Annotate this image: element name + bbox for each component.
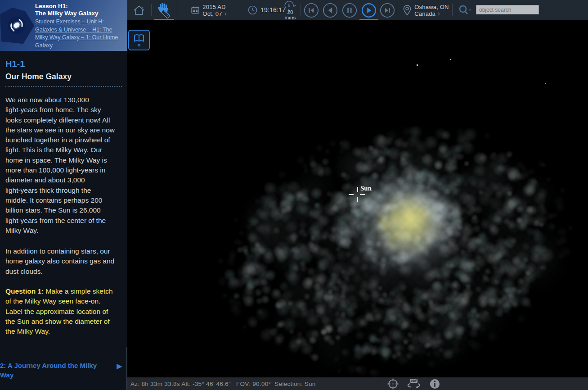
object-search-input[interactable] [476,5,539,14]
breadcrumb-link[interactable]: Student Exercises – Unit H: Galaxies & U… [35,18,118,50]
date-day: Oct, 07 [202,10,226,17]
date-year: 2015 AD [202,4,226,10]
time-rate-control[interactable]: 20 mins [278,0,302,20]
play-button[interactable] [361,0,377,20]
lesson-panel-toggle-button[interactable]: « [128,30,150,50]
hand-ruler-icon [155,1,174,20]
app-logo-badge [0,7,34,45]
skip-to-end-button[interactable] [380,0,395,20]
info-icon[interactable] [429,378,440,390]
location-line1: Oshawa, ON [414,4,449,10]
skip-to-end-icon [380,3,395,18]
toolbar-separator [276,4,276,16]
toolbar-separator [151,4,152,16]
skip-to-start-icon [304,3,319,18]
search-icon [458,5,471,16]
dropdown-caret-icon [437,13,440,16]
lesson-code: H1-1 [5,59,122,69]
sky-view[interactable]: « Sun [127,26,588,377]
calendar-icon [191,6,199,14]
sidebar-scrollbar[interactable] [126,347,127,390]
speedometer-icon [283,1,297,9]
location-line2: Canada [414,10,449,17]
home-button[interactable] [130,0,148,20]
date-control[interactable]: 2015 AD Oct, 07 [184,0,233,20]
next-lesson-link[interactable]: 2: A Journey Around the Milky Way ▶ [0,361,127,380]
rate-unit: mins [284,15,296,20]
search-button[interactable] [456,0,474,20]
clock-icon [248,5,257,15]
play-icon [361,3,377,18]
top-toolbar: 2015 AD Oct, 07 19:16:17 20 mins [127,0,588,20]
lesson-section-title: Our Home Galaxy [5,72,122,82]
collapse-panel-icon: « [137,43,140,47]
pause-icon [342,3,357,18]
question-paragraph: Question 1: Make a simple sketch of the … [5,286,124,336]
lesson-paragraph: In addition to containing stars, our hom… [5,246,124,277]
lesson-label: Lesson H1: [35,3,127,10]
lesson-body: H1-1 Our Home Galaxy We are now about 13… [0,51,127,390]
center-target-icon[interactable] [387,378,399,390]
toolbar-separator [397,4,397,16]
lesson-title: The Milky Way Galaxy [35,10,127,17]
lesson-header: Lesson H1: The Milky Way Galaxy Student … [0,0,127,51]
next-lesson-arrow-icon: ▶ [117,361,122,371]
toolbar-separator [177,4,177,16]
pan-tool-button[interactable] [153,0,175,20]
sun-label: Sun [360,185,372,192]
dropdown-caret-icon [223,13,226,16]
dotted-divider [5,86,122,87]
home-icon [133,5,145,16]
toolbar-underline-strip [127,20,588,26]
lesson-sidebar: Lesson H1: The Milky Way Galaxy Student … [0,0,127,390]
location-control[interactable]: Oshawa, ON Canada [401,0,450,20]
rotate-360-icon[interactable]: 360° [406,378,422,390]
step-back-button[interactable] [323,0,338,20]
toolbar-separator [301,4,301,16]
rate-value: 20 [287,10,293,15]
step-back-icon [323,3,338,18]
az-alt-readout: Az: 8h 33m 33.8s Alt: -35° 46’ 46.6” FOV… [130,381,316,387]
skip-to-start-button[interactable] [304,0,319,20]
svg-text:360°: 360° [411,379,417,382]
lesson-paragraph: We are now about 130,000 light-years fro… [5,95,124,236]
location-pin-icon [402,5,412,16]
spiral-galaxy-logo-icon [7,15,27,35]
toolbar-separator [452,4,453,16]
status-bar: Az: 8h 33m 33.8s Alt: -35° 46’ 46.6” FOV… [127,377,588,390]
app-window: 2015 AD Oct, 07 19:16:17 20 mins [0,0,588,390]
pause-button[interactable] [342,0,357,20]
